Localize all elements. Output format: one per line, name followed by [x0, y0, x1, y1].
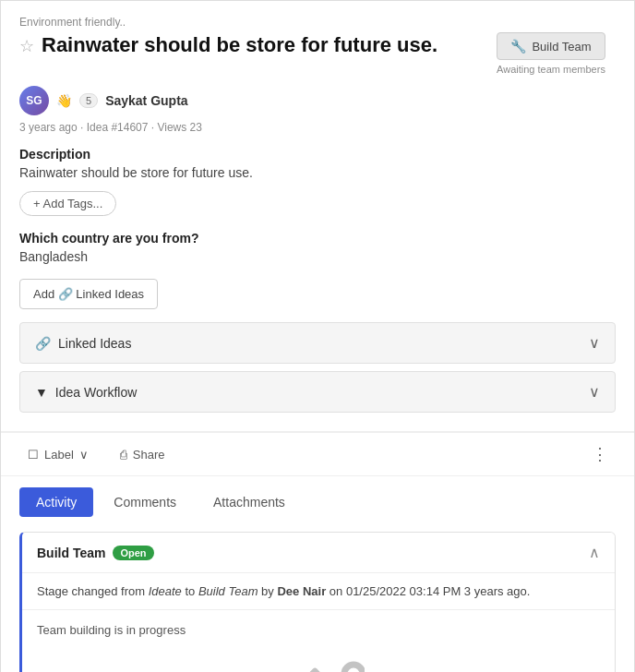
description-text: Rainwater should be store for future use… — [19, 165, 616, 180]
action-bar: ☐ Label ∨ ⎙ Share ⋮ — [1, 432, 634, 476]
stage-by: Dee Nair — [277, 584, 326, 598]
country-answer: Bangladesh — [19, 249, 616, 264]
linked-ideas-row-label: 🔗 🔗 Linked Ideas Linked Ideas — [35, 336, 131, 351]
star-icon[interactable]: ☆ — [19, 36, 34, 56]
activity-build-team-label: Build Team — [37, 546, 105, 560]
idea-workflow-row[interactable]: ▼ Idea Workflow ∨ — [19, 371, 616, 413]
activity-sub-text: Team building is in progress — [22, 610, 615, 672]
link-icon: 🔗 — [35, 336, 51, 351]
stage-from: Ideate — [149, 584, 182, 598]
build-team-box: 🔧 Build Team Awaiting team members — [486, 32, 616, 75]
tools-icon — [272, 655, 365, 672]
more-options-button[interactable]: ⋮ — [584, 442, 616, 466]
tab-activity[interactable]: Activity — [19, 487, 93, 517]
title-left: ☆ Rainwater should be store for future u… — [19, 32, 486, 59]
emoji-badge: 👋 — [56, 93, 72, 108]
country-question: Which country are you from? — [19, 231, 616, 246]
activity-section: Build Team Open ∧ Stage changed from Ide… — [1, 517, 634, 672]
chevron-down-icon-workflow: ∨ — [589, 383, 600, 401]
tab-comments[interactable]: Comments — [97, 487, 193, 517]
author-name: Saykat Gupta — [105, 93, 187, 108]
filter-icon: ▼ — [35, 385, 48, 400]
checkbox-icon: ☐ — [28, 448, 39, 462]
team-building-text: Team building is in progress — [37, 623, 600, 637]
label-button[interactable]: ☐ Label ∨ — [19, 443, 97, 466]
build-team-button[interactable]: 🔧 Build Team — [497, 32, 605, 60]
stage-to-text: to — [182, 584, 198, 598]
chevron-down-icon-label: ∨ — [79, 448, 89, 462]
meta-row: 3 years ago · Idea #14607 · Views 23 — [19, 121, 616, 134]
author-row: SG 👋 5 Saykat Gupta — [19, 86, 616, 115]
activity-card: Build Team Open ∧ Stage changed from Ide… — [19, 532, 616, 672]
title-row: ☆ Rainwater should be store for future u… — [19, 32, 616, 75]
header-section: Environment friendly.. ☆ Rainwater shoul… — [1, 1, 634, 432]
svg-rect-1 — [296, 666, 325, 672]
stage-change-pre: Stage changed from — [37, 584, 149, 598]
chevron-down-icon: ∨ — [589, 334, 600, 352]
tabs-bar: Activity Comments Attachments — [1, 476, 634, 517]
add-tags-button[interactable]: + Add Tags... — [19, 191, 116, 216]
label-button-text: Label — [44, 448, 74, 462]
page-title: Rainwater should be store for future use… — [42, 32, 437, 59]
country-section: Which country are you from? Bangladesh — [19, 231, 616, 264]
linked-ideas-row[interactable]: 🔗 🔗 Linked Ideas Linked Ideas ∨ — [19, 322, 616, 364]
page-wrapper: Environment friendly.. ☆ Rainwater shoul… — [0, 0, 635, 672]
stage-by-text: by — [258, 584, 278, 598]
share-button-text: Share — [133, 448, 165, 462]
vote-badge: 5 — [79, 93, 98, 108]
activity-card-title: Build Team Open — [37, 546, 154, 560]
share-button[interactable]: ⎙ Share — [112, 443, 174, 466]
open-status-badge: Open — [113, 546, 153, 560]
stage-on: on 01/25/2022 03:14 PM 3 years ago. — [326, 584, 530, 598]
idea-workflow-row-label: ▼ Idea Workflow — [35, 385, 137, 400]
description-label: Description — [19, 147, 616, 162]
stage-to: Build Team — [198, 584, 258, 598]
linked-ideas-btn-label: Add 🔗 Linked Ideas — [33, 287, 144, 301]
avatar: SG — [19, 86, 49, 115]
activity-card-header: Build Team Open ∧ — [22, 533, 615, 573]
tools-icon-area — [37, 637, 600, 672]
add-linked-ideas-button[interactable]: Add 🔗 Linked Ideas — [19, 279, 158, 309]
env-label: Environment friendly.. — [19, 16, 616, 29]
tab-attachments[interactable]: Attachments — [197, 487, 302, 517]
collapse-activity-button[interactable]: ∧ — [589, 544, 600, 561]
awaiting-text: Awaiting team members — [497, 64, 605, 75]
svg-point-3 — [344, 665, 363, 672]
wrench-icon: 🔧 — [510, 39, 526, 54]
share-icon: ⎙ — [120, 448, 127, 462]
activity-stage-change: Stage changed from Ideate to Build Team … — [22, 573, 615, 610]
